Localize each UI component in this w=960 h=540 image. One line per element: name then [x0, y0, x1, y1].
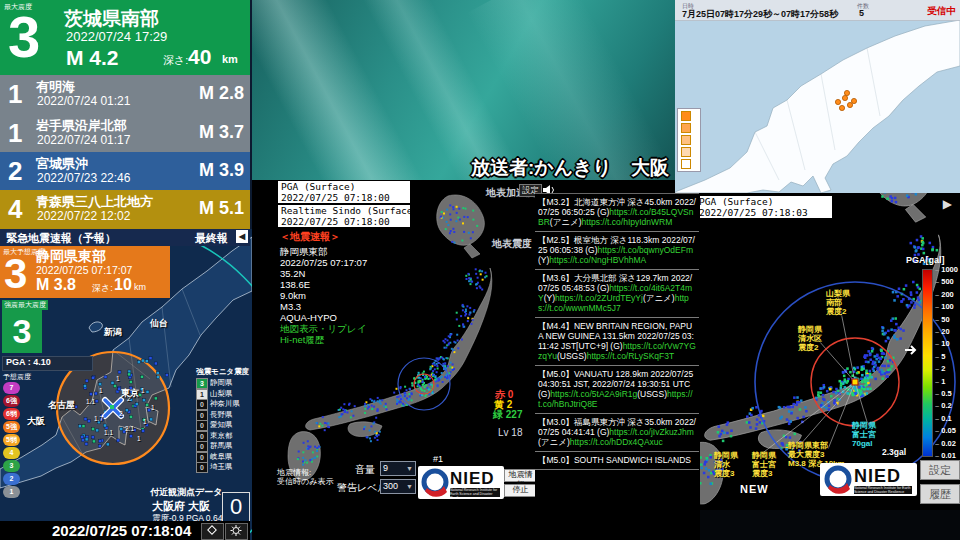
play-icon[interactable]: ▶ [943, 197, 952, 211]
station-label: 静岡県富士宮70gal [852, 421, 876, 448]
tweet-entry: 【M5.0】VANUATU 128.9km 2022/07/25 04:30:5… [535, 366, 699, 414]
city-label: 仙台 [150, 317, 168, 330]
hypo-line: 35.2N [280, 268, 367, 279]
hypo-line: AQUA-HYPO [280, 312, 367, 323]
tweet-link[interactable]: https://t.co/hIpyIdnWRM [582, 217, 673, 227]
kyoshin-monitor-2: PGA (Surface)2022/07/25 07:18:03 ▶ 山梨県南部… [700, 193, 960, 510]
stop-button[interactable]: 停止 [504, 484, 537, 497]
monitor1-header-sindo: Realtime Sindo (Surface)2022/07/25 07:18… [278, 205, 410, 227]
tweet-entry: 【M4.4】NEW BRITAIN REGION, PAPUA NEW GUIN… [535, 318, 699, 366]
quake-time: 2022/07/24 17:29 [66, 29, 167, 44]
volume-select[interactable]: 9▼ [380, 461, 416, 476]
hypo-link[interactable]: Hi-net履歴 [280, 334, 367, 345]
eew-depth-value: 10 [114, 276, 132, 294]
quake-info-button[interactable]: 地震情報 [504, 469, 537, 482]
pga-tick: – 0.02 [935, 440, 956, 447]
event-count: 5 [859, 8, 864, 18]
station-label: 静岡県清水区震度2 [798, 325, 822, 352]
tweet-entry: 【M3.2】北海道東方沖 深さ45.0km 2022/07/25 06:50:2… [535, 194, 699, 232]
intensity-scale-level: 7 [3, 382, 20, 394]
monitor-intensity-row: 0群馬県 [196, 441, 250, 451]
city-label: 新潟 [104, 326, 122, 339]
eew-final-badge: 最終報 [195, 231, 228, 246]
quake-alert-label: ＜地震速報＞ [280, 230, 340, 244]
marker-button[interactable] [201, 523, 224, 540]
tweet-link[interactable]: https://t.co/bqwnyOdEFm [598, 245, 693, 255]
tweet-text: (アニメ) [550, 217, 582, 227]
tweet-link[interactable]: https://t.co/RLySKqF3T [587, 351, 675, 361]
quake-time: 2022/07/24 01:21 [37, 94, 130, 108]
kyoshin-monitor-1: PGA (Surface)2022/07/25 07:18:00 Realtim… [252, 180, 700, 540]
monitor2-history-button[interactable]: 履歴 [920, 484, 960, 504]
quake-intensity: 2 [8, 158, 22, 184]
stream-screenshot: { "video": {"broadcaster": "放送者:かんきり 大阪"… [0, 0, 960, 540]
datetime-range: 7月25日07時17分29秒～07時17分58秒 [682, 8, 838, 21]
pga-tick: – 20 [935, 328, 950, 335]
city-label: 大阪 [27, 415, 45, 428]
hypo-line: 静岡県東部 [280, 246, 367, 257]
eew-title: 緊急地震速報（予報） [6, 231, 116, 246]
intensity-scale-level: 5強 [3, 421, 20, 433]
tweet-link[interactable]: https://t.co/NngHBVhhMA [549, 255, 646, 265]
scale-arrow-icon [904, 345, 920, 355]
tweet-feed: 【M3.2】北海道東方沖 深さ45.0km 2022/07/25 06:50:2… [535, 193, 699, 515]
quake-intensity: 3 [8, 8, 40, 66]
pga-color-bar [922, 269, 933, 457]
hypo-link[interactable]: 地図表示・リプレイ [280, 323, 367, 334]
quake-time: 2022/07/23 22:46 [37, 171, 130, 185]
pga-tick: – 0.5 [935, 390, 952, 397]
monitor1-header-pga: PGA (Surface)2022/07/25 07:18:00 [278, 181, 410, 203]
pga-tick: – 0.01 [935, 452, 956, 459]
new-event-tag: NEW [740, 483, 769, 495]
monitor2-settings-button[interactable]: 設定 [920, 460, 960, 480]
pga-tick: – 10 [935, 340, 950, 347]
quake-magnitude: M 3.7 [199, 122, 244, 143]
monitor-intensity-row: 1山梨県 [196, 389, 250, 399]
tweet-link[interactable]: https://t.co/2ZUrdTEyYj [555, 293, 643, 303]
jma-map-window: 日時 7月25日07時17分29秒～07時17分58秒 件数 5 受信中 [675, 0, 960, 193]
quake-row: 最大震度 3 茨城県南部 2022/07/24 17:29 M 4.2 深さ: … [0, 0, 250, 76]
station-intensity-reading: 1.1 [104, 429, 113, 436]
station-intensity-reading: 1 [141, 387, 145, 394]
station-intensity-reading: 1 [116, 375, 120, 382]
monitor2-header: PGA (Surface)2022/07/25 07:18:03 [700, 196, 832, 218]
station-intensity-reading: 1 [151, 404, 155, 411]
gal-readout: 2.3gal [882, 447, 906, 457]
intensity-scale-level: 6強 [3, 395, 20, 407]
pga-tick: – 0.05 [935, 427, 956, 434]
monitor-intensity-row: 0岐阜県 [196, 452, 250, 462]
station-label: 山梨県南部震度2 [826, 289, 850, 316]
collapse-button[interactable]: ◀ [236, 230, 248, 243]
tweet-text: (USGS) [557, 351, 587, 361]
predicted-scale-label: 予想震度 [3, 372, 31, 382]
tweet-link[interactable]: https://t.co/5tA2A9iR1g [550, 389, 637, 399]
tweet-link[interactable]: https://t.co/jIvZkuzJhm [609, 427, 694, 437]
eew-magnitude: M 3.8 [36, 276, 76, 294]
intensity-scale-level: 6弱 [3, 408, 20, 420]
quake-history-panel: 最大震度 3 茨城県南部 2022/07/24 17:29 M 4.2 深さ: … [0, 0, 252, 540]
pga-scale-title: PGA[gal] [906, 255, 945, 265]
map-legend [677, 108, 701, 172]
quake-magnitude: M 5.1 [199, 198, 244, 219]
eew-depth-unit: km [134, 282, 146, 292]
station-intensity-reading: 2.1 [125, 425, 134, 432]
intensity-scale-level: 2 [3, 473, 20, 485]
tweet-entry: 【M2.5】根室地方 深さ118.3km 2022/07/25 06:05:38… [535, 232, 699, 270]
warn-level-select[interactable]: 300▼ [380, 479, 416, 494]
pga-tick: – 0.2 [935, 402, 952, 409]
tweet-text: (アニメ) [643, 293, 675, 303]
quake-time: 2022/07/24 01:17 [37, 133, 130, 147]
video-background: 放送者:かんきり 大阪 [250, 0, 675, 185]
hypo-line: M3.3 [280, 301, 367, 312]
eew-header: 緊急地震速報（予報） 最終報 ◀ [0, 229, 250, 246]
hypocenter-info: 静岡県東部2022/07/25 07:17:0735.2N138.6E9.0km… [280, 246, 367, 345]
hypo-line: 138.6E [280, 279, 367, 290]
tweet-text: (Y) [544, 293, 555, 303]
hypo-line: 9.0km [280, 290, 367, 301]
tweet-link[interactable]: https://t.co/hDDx4QAxuc [570, 437, 663, 447]
intensity-scale-level: 1 [3, 486, 20, 498]
tweet-text: (Y) [538, 255, 549, 265]
color-count: 緑 227 [493, 408, 522, 422]
settings-gear-button[interactable] [225, 523, 248, 540]
quake-intensity: 4 [8, 196, 22, 222]
